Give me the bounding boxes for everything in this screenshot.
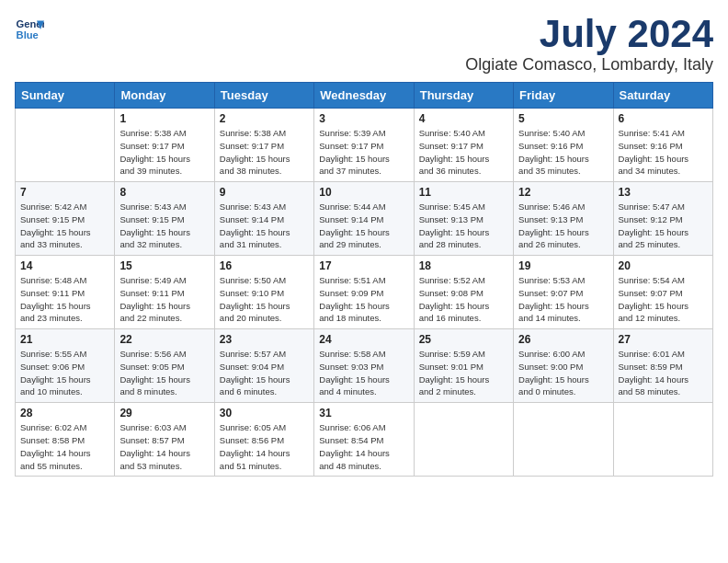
calendar-day-cell — [16, 109, 115, 182]
day-info: Sunrise: 5:56 AM Sunset: 9:05 PM Dayligh… — [119, 348, 209, 398]
day-number: 12 — [518, 186, 608, 199]
day-info: Sunrise: 5:52 AM Sunset: 9:08 PM Dayligh… — [419, 274, 508, 325]
calendar-day-cell: 16Sunrise: 5:50 AM Sunset: 9:10 PM Dayli… — [214, 256, 313, 329]
calendar-day-cell: 31Sunrise: 6:06 AM Sunset: 8:54 PM Dayli… — [314, 403, 414, 477]
day-number: 16 — [220, 259, 309, 272]
calendar-day-cell: 21Sunrise: 5:55 AM Sunset: 9:06 PM Dayli… — [16, 329, 115, 403]
calendar-week-row: 21Sunrise: 5:55 AM Sunset: 9:06 PM Dayli… — [16, 329, 713, 403]
day-info: Sunrise: 5:38 AM Sunset: 9:17 PM Dayligh… — [220, 127, 309, 178]
day-number: 13 — [619, 186, 708, 199]
day-number: 7 — [20, 186, 109, 199]
weekday-header-cell: Wednesday — [314, 83, 414, 109]
day-info: Sunrise: 5:41 AM Sunset: 9:16 PM Dayligh… — [619, 127, 708, 178]
day-info: Sunrise: 6:06 AM Sunset: 8:54 PM Dayligh… — [319, 421, 408, 472]
day-info: Sunrise: 5:40 AM Sunset: 9:17 PM Dayligh… — [419, 127, 508, 178]
weekday-header-cell: Friday — [514, 83, 613, 109]
calendar-day-cell — [613, 403, 712, 477]
calendar-week-row: 1Sunrise: 5:38 AM Sunset: 9:17 PM Daylig… — [16, 109, 713, 182]
weekday-header-cell: Thursday — [414, 83, 513, 109]
day-number: 18 — [419, 259, 508, 272]
calendar-day-cell — [514, 403, 613, 477]
weekday-header-cell: Saturday — [613, 83, 712, 109]
day-number: 14 — [20, 259, 109, 272]
day-number: 17 — [319, 259, 408, 272]
calendar-body: 1Sunrise: 5:38 AM Sunset: 9:17 PM Daylig… — [16, 109, 713, 477]
day-info: Sunrise: 5:54 AM Sunset: 9:07 PM Dayligh… — [619, 274, 708, 325]
calendar-day-cell: 9Sunrise: 5:43 AM Sunset: 9:14 PM Daylig… — [214, 182, 313, 256]
page-header: General Blue July 2024 Olgiate Comasco, … — [15, 15, 713, 75]
day-info: Sunrise: 6:03 AM Sunset: 8:57 PM Dayligh… — [119, 421, 209, 472]
calendar-week-row: 28Sunrise: 6:02 AM Sunset: 8:58 PM Dayli… — [16, 403, 713, 477]
day-info: Sunrise: 5:43 AM Sunset: 9:15 PM Dayligh… — [119, 201, 209, 251]
location-title: Olgiate Comasco, Lombardy, Italy — [465, 55, 713, 75]
calendar-day-cell: 3Sunrise: 5:39 AM Sunset: 9:17 PM Daylig… — [314, 109, 414, 182]
day-info: Sunrise: 5:59 AM Sunset: 9:01 PM Dayligh… — [419, 348, 508, 398]
day-info: Sunrise: 5:48 AM Sunset: 9:11 PM Dayligh… — [20, 274, 109, 325]
calendar-day-cell: 30Sunrise: 6:05 AM Sunset: 8:56 PM Dayli… — [214, 403, 313, 477]
day-number: 30 — [220, 407, 309, 419]
day-info: Sunrise: 5:40 AM Sunset: 9:16 PM Dayligh… — [518, 127, 608, 178]
day-info: Sunrise: 5:50 AM Sunset: 9:10 PM Dayligh… — [220, 274, 309, 325]
calendar-day-cell: 28Sunrise: 6:02 AM Sunset: 8:58 PM Dayli… — [16, 403, 115, 477]
day-info: Sunrise: 5:58 AM Sunset: 9:03 PM Dayligh… — [319, 348, 408, 398]
day-number: 25 — [419, 333, 508, 346]
day-number: 27 — [619, 333, 708, 346]
day-number: 15 — [119, 259, 209, 272]
day-info: Sunrise: 6:05 AM Sunset: 8:56 PM Dayligh… — [220, 421, 309, 472]
day-number: 21 — [20, 333, 109, 346]
calendar-day-cell: 24Sunrise: 5:58 AM Sunset: 9:03 PM Dayli… — [314, 329, 414, 403]
day-info: Sunrise: 6:01 AM Sunset: 8:59 PM Dayligh… — [619, 348, 708, 398]
day-number: 5 — [518, 112, 608, 125]
day-info: Sunrise: 5:43 AM Sunset: 9:14 PM Dayligh… — [220, 201, 309, 251]
calendar-day-cell: 19Sunrise: 5:53 AM Sunset: 9:07 PM Dayli… — [514, 256, 613, 329]
day-info: Sunrise: 5:39 AM Sunset: 9:17 PM Dayligh… — [319, 127, 408, 178]
weekday-header-cell: Monday — [115, 83, 214, 109]
month-title: July 2024 — [465, 15, 713, 53]
calendar-week-row: 14Sunrise: 5:48 AM Sunset: 9:11 PM Dayli… — [16, 256, 713, 329]
day-number: 24 — [319, 333, 408, 346]
calendar-day-cell: 10Sunrise: 5:44 AM Sunset: 9:14 PM Dayli… — [314, 182, 414, 256]
day-number: 28 — [20, 407, 109, 419]
day-info: Sunrise: 5:46 AM Sunset: 9:13 PM Dayligh… — [518, 201, 608, 251]
day-number: 4 — [419, 112, 508, 125]
title-area: July 2024 Olgiate Comasco, Lombardy, Ita… — [465, 15, 713, 75]
day-number: 6 — [619, 112, 708, 125]
calendar-day-cell — [414, 403, 513, 477]
calendar-day-cell: 18Sunrise: 5:52 AM Sunset: 9:08 PM Dayli… — [414, 256, 513, 329]
calendar-day-cell: 8Sunrise: 5:43 AM Sunset: 9:15 PM Daylig… — [115, 182, 214, 256]
calendar-day-cell: 15Sunrise: 5:49 AM Sunset: 9:11 PM Dayli… — [115, 256, 214, 329]
calendar-day-cell: 20Sunrise: 5:54 AM Sunset: 9:07 PM Dayli… — [613, 256, 712, 329]
day-number: 1 — [119, 112, 209, 125]
calendar-table: SundayMondayTuesdayWednesdayThursdayFrid… — [15, 82, 713, 477]
calendar-day-cell: 17Sunrise: 5:51 AM Sunset: 9:09 PM Dayli… — [314, 256, 414, 329]
day-number: 3 — [319, 112, 408, 125]
day-info: Sunrise: 5:38 AM Sunset: 9:17 PM Dayligh… — [119, 127, 209, 178]
calendar-day-cell: 5Sunrise: 5:40 AM Sunset: 9:16 PM Daylig… — [514, 109, 613, 182]
day-info: Sunrise: 5:42 AM Sunset: 9:15 PM Dayligh… — [20, 201, 109, 251]
calendar-day-cell: 23Sunrise: 5:57 AM Sunset: 9:04 PM Dayli… — [214, 329, 313, 403]
day-number: 11 — [419, 186, 508, 199]
calendar-day-cell: 13Sunrise: 5:47 AM Sunset: 9:12 PM Dayli… — [613, 182, 712, 256]
day-info: Sunrise: 5:45 AM Sunset: 9:13 PM Dayligh… — [419, 201, 508, 251]
weekday-header-cell: Tuesday — [214, 83, 313, 109]
svg-text:Blue: Blue — [17, 29, 39, 40]
calendar-day-cell: 7Sunrise: 5:42 AM Sunset: 9:15 PM Daylig… — [16, 182, 115, 256]
day-info: Sunrise: 6:02 AM Sunset: 8:58 PM Dayligh… — [20, 421, 109, 472]
calendar-week-row: 7Sunrise: 5:42 AM Sunset: 9:15 PM Daylig… — [16, 182, 713, 256]
logo: General Blue — [15, 15, 44, 44]
calendar-day-cell: 1Sunrise: 5:38 AM Sunset: 9:17 PM Daylig… — [115, 109, 214, 182]
day-number: 2 — [220, 112, 309, 125]
day-number: 31 — [319, 407, 408, 419]
calendar-day-cell: 29Sunrise: 6:03 AM Sunset: 8:57 PM Dayli… — [115, 403, 214, 477]
day-number: 10 — [319, 186, 408, 199]
day-info: Sunrise: 5:51 AM Sunset: 9:09 PM Dayligh… — [319, 274, 408, 325]
calendar-day-cell: 6Sunrise: 5:41 AM Sunset: 9:16 PM Daylig… — [613, 109, 712, 182]
calendar-day-cell: 4Sunrise: 5:40 AM Sunset: 9:17 PM Daylig… — [414, 109, 513, 182]
calendar-day-cell: 26Sunrise: 6:00 AM Sunset: 9:00 PM Dayli… — [514, 329, 613, 403]
calendar-day-cell: 25Sunrise: 5:59 AM Sunset: 9:01 PM Dayli… — [414, 329, 513, 403]
day-info: Sunrise: 5:44 AM Sunset: 9:14 PM Dayligh… — [319, 201, 408, 251]
day-number: 23 — [220, 333, 309, 346]
day-number: 19 — [518, 259, 608, 272]
day-number: 20 — [619, 259, 708, 272]
calendar-day-cell: 22Sunrise: 5:56 AM Sunset: 9:05 PM Dayli… — [115, 329, 214, 403]
